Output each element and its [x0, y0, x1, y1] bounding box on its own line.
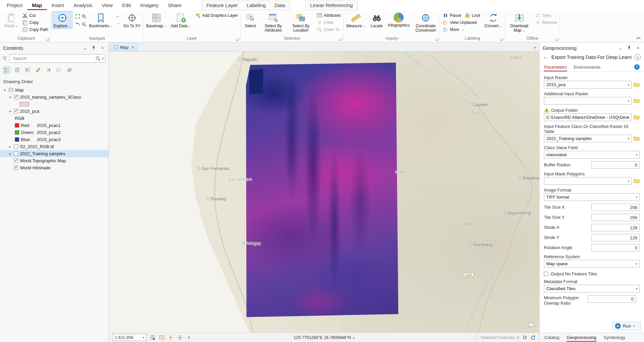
copy-path-button[interactable]: Copy Path — [21, 26, 50, 33]
list-by-editing-button[interactable] — [34, 66, 42, 74]
tree-item-training-symbol[interactable] — [0, 101, 109, 108]
browse-folder-icon[interactable] — [634, 82, 640, 88]
tile-size-y-input[interactable]: 256 — [591, 214, 640, 221]
clear-selection-button[interactable]: Clear — [315, 19, 343, 26]
scale-chevron-icon[interactable]: ▾ — [143, 336, 144, 339]
contents-close-icon[interactable]: × — [99, 45, 105, 51]
pause-labeling-button[interactable]: Pause — [441, 12, 463, 19]
clipboard-dialog-launcher[interactable] — [46, 38, 49, 41]
collapse-ribbon-button[interactable] — [636, 36, 641, 40]
filter-icon[interactable] — [2, 56, 7, 61]
notification-bubble-icon[interactable] — [528, 322, 534, 329]
convert-labels-button[interactable]: Convert — [483, 11, 503, 29]
contents-collapse-icon[interactable]: ⌄ — [82, 45, 88, 51]
additional-input-raster-combo[interactable]: ▾ — [544, 97, 632, 105]
tab-parameters[interactable]: Parameters — [544, 63, 567, 71]
run-options-chevron-icon[interactable]: ▾ — [633, 324, 635, 328]
offline-dialog-launcher[interactable] — [555, 38, 558, 41]
download-map-button[interactable]: Download Map — [506, 11, 533, 34]
tab-map[interactable]: Map — [27, 0, 47, 10]
expander-icon[interactable]: ▸ — [8, 145, 12, 148]
geoprocessing-pin-icon[interactable] — [626, 45, 632, 51]
previous-view-icon[interactable]: ← — [116, 13, 120, 19]
buffer-radius-input[interactable]: 0 — [591, 161, 640, 169]
rotation-angle-input[interactable]: 0 — [591, 244, 640, 251]
tab-labeling[interactable]: Labeling — [242, 1, 270, 10]
expander-icon[interactable]: ▾ — [8, 96, 12, 99]
browse-folder-icon[interactable] — [634, 136, 640, 142]
browse-folder-icon[interactable] — [634, 98, 640, 104]
contents-pin-icon[interactable] — [91, 45, 97, 51]
min-polygon-overlap-input[interactable]: 0 — [588, 295, 636, 303]
reference-system-combo[interactable]: Map space▾ — [544, 260, 640, 268]
infographics-button[interactable]: Infographics — [386, 11, 411, 28]
list-by-snapping-button[interactable] — [45, 66, 52, 74]
contents-search-input[interactable]: Search ▾ — [9, 54, 105, 63]
tree-item-world-topographic[interactable]: World Topographic Map — [0, 157, 109, 164]
add-graphics-layer-button[interactable]: Add Graphics Layer — [193, 12, 240, 19]
snap-grid-icon[interactable] — [150, 335, 156, 341]
help-icon[interactable]: ? — [634, 64, 640, 70]
bookmarks-button[interactable]: Bookmarks — [87, 11, 114, 29]
next-view-icon[interactable]: → — [116, 20, 120, 25]
more-labeling-button[interactable]: More — [441, 26, 482, 33]
layer-checkbox[interactable] — [14, 95, 18, 99]
run-button[interactable]: ▶ Run ▾ — [612, 322, 641, 330]
measure-button[interactable]: Measure — [345, 11, 367, 29]
tab-environments[interactable]: Environments — [573, 63, 601, 71]
layer-checkbox[interactable] — [14, 166, 18, 170]
browse-folder-icon[interactable] — [634, 114, 640, 121]
cut-button[interactable]: Cut — [21, 12, 50, 19]
sync-button[interactable]: Sync — [533, 12, 559, 19]
tab-view[interactable]: View — [97, 0, 117, 10]
paste-button[interactable]: Paste — [2, 11, 20, 29]
tab-catalog[interactable]: Catalog — [544, 333, 560, 342]
attributes-button[interactable]: Attributes — [315, 12, 343, 19]
tab-geoprocessing[interactable]: Geoprocessing — [566, 333, 596, 342]
scale-combo[interactable]: 1:421,856▾ — [112, 334, 147, 341]
output-no-feature-tiles-checkbox[interactable] — [544, 272, 548, 276]
pink-symbol-swatch[interactable] — [20, 102, 29, 106]
tab-list-chevron-icon[interactable]: ▾ — [531, 46, 539, 51]
close-tab-icon[interactable]: × — [131, 45, 134, 49]
tab-share[interactable]: Share — [163, 0, 186, 10]
expander-icon[interactable]: ▾ — [8, 110, 12, 113]
go-to-xy-button[interactable]: Go To XY — [122, 11, 142, 29]
labeling-dialog-launcher[interactable] — [500, 38, 503, 41]
tab-linear-referencing[interactable]: Linear Referencing — [306, 1, 357, 10]
basemap-button[interactable]: Basemap — [144, 11, 168, 29]
tab-symbology[interactable]: Symbology — [603, 333, 625, 342]
output-folder-input[interactable]: C:\Users\RD Altarez\OneDrive - USQ\Deskt… — [544, 113, 632, 121]
copy-button[interactable]: Copy — [21, 19, 50, 26]
lock-labels-button[interactable]: Lock — [463, 12, 482, 19]
locate-button[interactable]: Locate — [368, 11, 386, 29]
expander-icon[interactable]: ▸ — [8, 152, 12, 156]
refresh-view-icon[interactable] — [530, 335, 536, 340]
list-by-data-source-button[interactable] — [13, 66, 21, 74]
tree-item-map[interactable]: ▾ Map — [0, 87, 109, 94]
add-to-model-icon[interactable]: + — [635, 54, 641, 60]
class-value-field-combo[interactable]: classvalue▾ — [544, 151, 640, 159]
pan-tool-icon[interactable] — [177, 335, 183, 341]
select-by-attributes-button[interactable]: Select By Attributes — [260, 11, 287, 34]
selection-dialog-launcher[interactable] — [339, 38, 342, 41]
browse-folder-icon[interactable] — [634, 178, 640, 184]
tree-item-2015-pca[interactable]: ▾ 2015_pca — [0, 108, 109, 115]
tab-insert[interactable]: Insert — [47, 0, 69, 10]
layer-checkbox[interactable] — [14, 144, 18, 149]
tab-imagery[interactable]: Imagery — [135, 0, 163, 10]
layer-checkbox[interactable] — [14, 151, 18, 156]
map-canvas[interactable]: Tagudin 2249 m Lagawe Ifugao 924 m San F… — [109, 52, 539, 333]
search-icon[interactable] — [95, 56, 101, 61]
layer-dialog-launcher[interactable] — [236, 38, 239, 41]
list-by-drawing-order-button[interactable] — [3, 66, 10, 74]
tab-analysis[interactable]: Analysis — [69, 0, 97, 10]
select-by-location-button[interactable]: Select By Location — [287, 11, 314, 34]
tab-data[interactable]: Data — [270, 1, 290, 10]
stride-x-input[interactable]: 128 — [591, 224, 640, 231]
tree-item-2015-training-samples[interactable]: ▾ 2015_training_samples_3Class — [0, 94, 109, 101]
geoprocessing-collapse-icon[interactable]: ⌄ — [617, 45, 623, 51]
tile-size-x-input[interactable]: 256 — [591, 204, 640, 211]
back-button[interactable]: ← — [543, 54, 549, 61]
list-by-labeling-button[interactable] — [55, 66, 63, 74]
